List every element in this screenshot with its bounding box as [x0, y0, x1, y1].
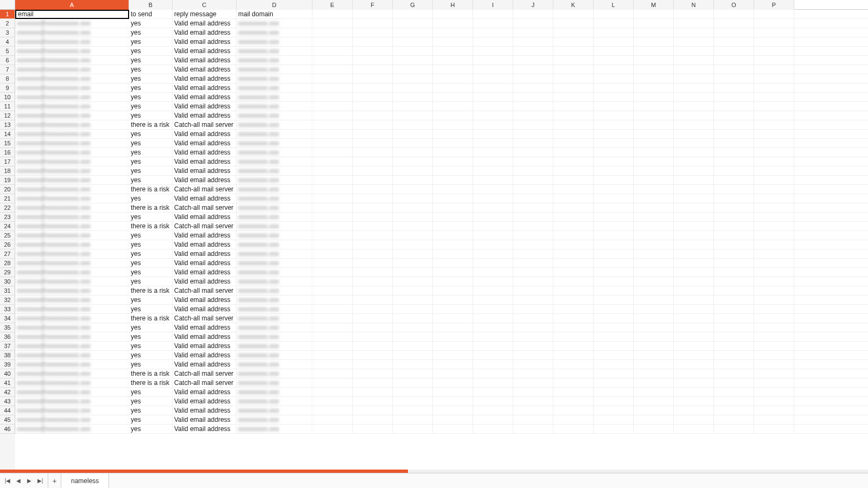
cell-B29[interactable]: yes — [129, 268, 173, 277]
cell-B40[interactable]: there is a risk — [129, 369, 173, 378]
col-header-J[interactable]: J — [513, 0, 553, 10]
cell-F32[interactable] — [353, 296, 393, 305]
cell-N27[interactable] — [674, 249, 714, 259]
cell-A45[interactable]: xxxxxxx@xxxxxxxxxx.xxx — [15, 415, 129, 425]
cell-H25[interactable] — [433, 231, 473, 240]
cell-G34[interactable] — [393, 314, 433, 323]
cell-N40[interactable] — [674, 369, 714, 378]
cell-P9[interactable] — [754, 84, 794, 93]
row-header[interactable]: 10 — [0, 93, 15, 102]
cell-M34[interactable] — [634, 314, 674, 323]
cell-D6[interactable]: xxxxxxxxx.xxx — [237, 56, 312, 65]
cell-G37[interactable] — [393, 342, 433, 351]
cell-L46[interactable] — [593, 425, 634, 434]
row-header[interactable]: 23 — [0, 213, 15, 222]
cell-K32[interactable] — [553, 296, 593, 305]
cell-P28[interactable] — [754, 259, 794, 268]
cell-H4[interactable] — [433, 37, 473, 47]
cell-K28[interactable] — [553, 259, 593, 268]
cell-I41[interactable] — [473, 378, 513, 388]
cell-M39[interactable] — [634, 360, 674, 369]
cell-P22[interactable] — [754, 203, 794, 213]
next-sheet-button[interactable]: ▶ — [25, 477, 34, 485]
cell-E39[interactable] — [312, 360, 353, 369]
cell-E45[interactable] — [312, 415, 353, 425]
cell-L40[interactable] — [593, 369, 634, 378]
cell-D39[interactable]: xxxxxxxxx.xxx — [237, 360, 312, 369]
cell-L2[interactable] — [593, 19, 634, 28]
cell-M33[interactable] — [634, 305, 674, 314]
cell-J34[interactable] — [513, 314, 553, 323]
cell-J17[interactable] — [513, 157, 553, 166]
cell-H20[interactable] — [433, 185, 473, 194]
cell-H43[interactable] — [433, 397, 473, 406]
cell-D22[interactable]: xxxxxxxxx.xxx — [237, 203, 312, 213]
cell-B16[interactable]: yes — [129, 148, 173, 157]
cell-A6[interactable]: xxxxxxx@xxxxxxxxxx.xxx — [15, 56, 129, 65]
cell-C7[interactable]: Valid email address — [173, 65, 237, 74]
cell-C26[interactable]: Valid email address — [173, 240, 237, 249]
cell-I16[interactable] — [473, 148, 513, 157]
cell-I13[interactable] — [473, 120, 513, 130]
cell-L41[interactable] — [593, 378, 634, 388]
cell-P13[interactable] — [754, 120, 794, 130]
cell-H42[interactable] — [433, 388, 473, 397]
cell-J11[interactable] — [513, 102, 553, 111]
first-sheet-button[interactable]: |◀ — [3, 477, 12, 485]
cell-D12[interactable]: xxxxxxxxx.xxx — [237, 111, 312, 120]
cell-B2[interactable]: yes — [129, 19, 173, 28]
cell-B25[interactable]: yes — [129, 231, 173, 240]
cell-M4[interactable] — [634, 37, 674, 47]
row-header[interactable]: 13 — [0, 120, 15, 130]
cell-P10[interactable] — [754, 93, 794, 102]
cell-M25[interactable] — [634, 231, 674, 240]
cell-A17[interactable]: xxxxxxx@xxxxxxxxxx.xxx — [15, 157, 129, 166]
cell-D11[interactable]: xxxxxxxxx.xxx — [237, 102, 312, 111]
cell-D20[interactable]: xxxxxxxxx.xxx — [237, 185, 312, 194]
cell-L24[interactable] — [593, 222, 634, 231]
col-header-H[interactable]: H — [433, 0, 473, 10]
cell-M32[interactable] — [634, 296, 674, 305]
cell-E41[interactable] — [312, 378, 353, 388]
cell-K10[interactable] — [553, 93, 593, 102]
cell-H33[interactable] — [433, 305, 473, 314]
cell-E11[interactable] — [312, 102, 353, 111]
cell-G45[interactable] — [393, 415, 433, 425]
cell-G4[interactable] — [393, 37, 433, 47]
cell-E32[interactable] — [312, 296, 353, 305]
cell-C35[interactable]: Valid email address — [173, 323, 237, 332]
cell-D40[interactable]: xxxxxxxxx.xxx — [237, 369, 312, 378]
cell-L15[interactable] — [593, 139, 634, 148]
cell-E6[interactable] — [312, 56, 353, 65]
cell-F35[interactable] — [353, 323, 393, 332]
cell-E34[interactable] — [312, 314, 353, 323]
cell-F42[interactable] — [353, 388, 393, 397]
cell-A9[interactable]: xxxxxxx@xxxxxxxxxx.xxx — [15, 84, 129, 93]
cell-B1[interactable]: to send — [129, 10, 173, 19]
cell-P41[interactable] — [754, 378, 794, 388]
cell-B35[interactable]: yes — [129, 323, 173, 332]
cell-M28[interactable] — [634, 259, 674, 268]
cell-M37[interactable] — [634, 342, 674, 351]
cell-E24[interactable] — [312, 222, 353, 231]
row-header[interactable]: 28 — [0, 259, 15, 268]
cell-A22[interactable]: xxxxxxx@xxxxxxxxxx.xxx — [15, 203, 129, 213]
cell-G24[interactable] — [393, 222, 433, 231]
cell-O2[interactable] — [714, 19, 754, 28]
cell-L22[interactable] — [593, 203, 634, 213]
cell-N26[interactable] — [674, 240, 714, 249]
cell-J26[interactable] — [513, 240, 553, 249]
cell-I7[interactable] — [473, 65, 513, 74]
cell-B27[interactable]: yes — [129, 249, 173, 259]
cell-A32[interactable]: xxxxxxx@xxxxxxxxxx.xxx — [15, 296, 129, 305]
cell-E22[interactable] — [312, 203, 353, 213]
cell-K5[interactable] — [553, 47, 593, 56]
cell-B8[interactable]: yes — [129, 74, 173, 84]
cell-K9[interactable] — [553, 84, 593, 93]
cell-H23[interactable] — [433, 213, 473, 222]
row-header[interactable]: 6 — [0, 56, 15, 65]
cell-P33[interactable] — [754, 305, 794, 314]
row-header[interactable]: 19 — [0, 176, 15, 185]
cell-F22[interactable] — [353, 203, 393, 213]
cell-D44[interactable]: xxxxxxxxx.xxx — [237, 406, 312, 415]
